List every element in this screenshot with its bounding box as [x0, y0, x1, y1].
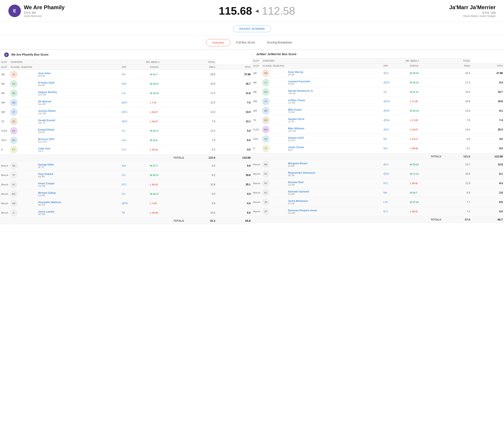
- player-name[interactable]: Jarvis Landry: [38, 210, 119, 213]
- player-slot: Bench: [0, 199, 10, 208]
- player-status: W 17-14: [409, 169, 442, 179]
- player-team-pos: SF TE: [38, 166, 119, 168]
- player-info-cell: Kareem Hunt Cle RB: [287, 179, 382, 188]
- player-name[interactable]: Leonard Fournette: [288, 80, 381, 83]
- player-fpts: 13.0: [216, 107, 252, 117]
- totals-label: TOTALS: [0, 154, 185, 161]
- tab-full-box-score[interactable]: Full Box Score: [230, 39, 261, 46]
- player-avatar-cell: DM: [10, 98, 37, 107]
- tab-overview[interactable]: Overview: [206, 39, 230, 46]
- player-avatar: AC: [10, 181, 18, 188]
- player-team-pos: Cle RB: [288, 184, 381, 186]
- player-avatar-cell: MG: [10, 189, 37, 199]
- col-slot-t2: SLOT: [252, 59, 262, 64]
- player-team-pos: Cle WR: [38, 185, 119, 187]
- player-fpts: 6.5: [216, 208, 252, 217]
- player-info-cell: D'Andre Swift Det RB: [37, 79, 120, 89]
- player-slot: QB: [0, 70, 10, 79]
- player-name[interactable]: Amari Cooper: [38, 182, 119, 185]
- player-name[interactable]: Kareem Hunt: [288, 181, 381, 184]
- player-proj: 13.3: [185, 126, 217, 136]
- player-proj: 6.8: [443, 134, 471, 144]
- player-team-pos: LAR RB: [288, 92, 381, 95]
- player-name[interactable]: Broncos D/ST: [38, 138, 119, 141]
- player-avatar: SD: [262, 135, 270, 143]
- col-slot-t1: SLOT: [0, 60, 10, 65]
- player-name[interactable]: Gerald Everett: [38, 119, 119, 122]
- player-avatar-cell: EE: [10, 126, 37, 136]
- col-proj-t2: PROJ: [443, 64, 471, 69]
- player-name[interactable]: Mike Williams: [288, 127, 381, 130]
- player-avatar: EE: [10, 127, 18, 135]
- player-opp: NYJ: [382, 207, 409, 216]
- player-name[interactable]: Mike Evans: [288, 108, 381, 111]
- player-status: L 14-17: [409, 134, 442, 144]
- player-opp: Sea: [120, 161, 149, 170]
- player-slot: Bench: [252, 179, 262, 188]
- player-name[interactable]: Josh Allen: [38, 72, 119, 75]
- player-info-cell: Justin Tucker Bal K: [287, 144, 382, 153]
- player-avatar-cell: GE: [10, 117, 37, 126]
- totals-proj: 120.9: [185, 154, 217, 161]
- col-starters-t2: STARTERS: [262, 59, 382, 64]
- player-name[interactable]: Donovan Peoples-Jones: [288, 209, 381, 212]
- player-name[interactable]: Steelers D/ST: [288, 136, 381, 139]
- adjust-scoring-button[interactable]: ADJUST SCORING: [233, 25, 271, 32]
- player-status: L 17-20: [409, 97, 442, 106]
- totals-label: TOTALS: [0, 217, 185, 224]
- player-name[interactable]: Jerick McKinnon: [288, 200, 381, 203]
- player-team-pos: KC RB: [288, 203, 381, 205]
- player-fpts: 9.4: [471, 179, 504, 188]
- player-opp: NE: [382, 134, 409, 144]
- player-name[interactable]: George Kittle: [38, 163, 119, 166]
- player-opp: @SF: [120, 98, 149, 107]
- player-avatar: MG: [10, 190, 18, 198]
- player-name[interactable]: Alexander Mattison: [38, 201, 119, 204]
- tab-scoring-breakdown[interactable]: Scoring Breakdown: [261, 39, 298, 46]
- player-name[interactable]: Ja'Marr Chase: [288, 99, 381, 102]
- player-name[interactable]: Marquise Brown: [288, 162, 381, 165]
- player-name[interactable]: Cade York: [38, 147, 119, 150]
- player-name[interactable]: DK Metcalf: [38, 100, 119, 103]
- player-opp: NYJ: [382, 179, 409, 188]
- player-name[interactable]: Kenneth Gainwell: [288, 190, 381, 193]
- player-proj: 10.8: [185, 180, 217, 189]
- player-opp: Car: [120, 89, 149, 98]
- player-fpts: 13.1: [216, 117, 252, 126]
- player-fpts: 9.6: [471, 198, 504, 207]
- player-info-cell: Tony Pollard Dal RB: [37, 170, 120, 180]
- player-name[interactable]: Hayden Hurst: [288, 118, 381, 121]
- player-proj: 13.7: [443, 160, 471, 169]
- player-proj: 7.8: [443, 116, 471, 125]
- player-name[interactable]: Joshua Palmer: [38, 110, 119, 112]
- player-name[interactable]: Darrell Henderson Jr.: [288, 89, 381, 92]
- player-team-pos: NYG RB: [38, 94, 119, 96]
- player-status: L 30-31: [409, 179, 442, 188]
- col-total-t1: TOTAL: [185, 60, 217, 65]
- player-slot: Bench: [0, 161, 10, 170]
- player-name[interactable]: Tony Pollard: [38, 173, 119, 176]
- player-opp: @KC: [382, 125, 409, 134]
- player-team-pos: Pit D/ST: [288, 139, 381, 142]
- player-name[interactable]: Justin Tucker: [288, 146, 381, 149]
- player-slot: QB: [252, 69, 262, 78]
- player-name[interactable]: Saquon Barkley: [38, 91, 119, 94]
- player-proj: 9.2: [185, 170, 217, 180]
- player-avatar-cell: TP: [10, 170, 37, 180]
- player-name[interactable]: Ezekiel Elliott: [38, 128, 119, 131]
- player-avatar-cell: DP: [262, 207, 287, 216]
- player-opp: @LV: [382, 69, 409, 78]
- team1-record: 2-0-0, 3rd: [24, 11, 65, 14]
- player-status: L 24-27: [149, 117, 185, 126]
- player-name[interactable]: Rhamondre Stevenson: [288, 171, 381, 174]
- player-team-pos: Det RB: [38, 84, 119, 87]
- col-player-t2: PLAYER, TEAM POS: [262, 64, 382, 69]
- player-name[interactable]: Michael Gallup: [38, 191, 119, 194]
- totals-proj: 35.4: [185, 217, 217, 224]
- player-name[interactable]: D'Andre Swift: [38, 81, 119, 84]
- col-status-t2: STATUS: [409, 64, 442, 69]
- player-status: W 20-17: [149, 189, 185, 199]
- player-team-pos: LAC WR: [38, 112, 119, 115]
- team2-box-score-label: Ja'Marr Ja'Merrier Box Score: [256, 53, 297, 56]
- player-name[interactable]: Kyler Murray: [288, 71, 381, 74]
